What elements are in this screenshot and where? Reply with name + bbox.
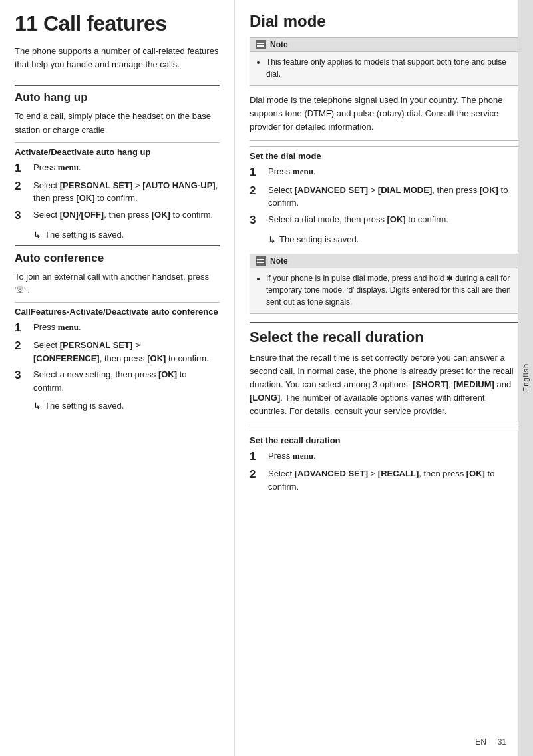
intro-text: The phone supports a number of call-rela… (15, 45, 220, 71)
step-item: 3 Select a dial mode, then press [OK] to… (250, 213, 518, 228)
section-auto-hang-up-title: Auto hang up (15, 85, 220, 104)
step-number: 2 (250, 467, 264, 482)
set-dial-mode-title: Set the dial mode (250, 146, 518, 161)
note-header: Note (250, 254, 518, 268)
step-item: 1 Press menu. (250, 449, 518, 464)
step-item: 2 Select [ADVANCED SET] > [DIAL MODE], t… (250, 184, 518, 210)
language-sidebar: English (518, 0, 533, 756)
dial-mode-body: Dial mode is the telephone signal used i… (250, 94, 518, 134)
auto-conference-steps: 1 Press menu. 2 Select [PERSONAL SET] >[… (15, 321, 220, 394)
step-text: Select [PERSONAL SET] >[CONFERENCE], the… (33, 339, 220, 365)
step-item: 2 Select [ADVANCED SET] > [RECALL], then… (250, 467, 518, 493)
note-box-2: Note If your phone is in pulse dial mode… (250, 254, 518, 314)
step-number: 1 (250, 449, 264, 464)
step-text: Press menu. (33, 321, 220, 334)
auto-hang-up-steps: 1 Press menu. 2 Select [PERSONAL SET] > … (15, 161, 220, 223)
step-item: 3 Select [ON]/[OFF], then press [OK] to … (15, 208, 220, 223)
recall-steps: 1 Press menu. 2 Select [ADVANCED SET] > … (250, 449, 518, 493)
arrow-text: The setting is saved. (45, 228, 124, 242)
recall-body: Ensure that the recall time is set corre… (250, 351, 518, 419)
note-item: If your phone is in pulse dial mode, pre… (266, 272, 511, 308)
recall-title: Select the recall duration (250, 322, 518, 346)
note-item: This feature only applies to models that… (266, 56, 511, 80)
section-divider (250, 140, 518, 141)
step-item: 3 Select a new setting, then press [OK] … (15, 368, 220, 394)
auto-hang-up-body: To end a call, simply place the headset … (15, 110, 220, 136)
subsection-activate-hang-up: Activate/Deactivate auto hang up (15, 142, 220, 157)
step-text: Select a dial mode, then press [OK] to c… (268, 213, 518, 226)
auto-conference-body: To join an external call with another ha… (15, 270, 220, 297)
step-text: Press menu. (33, 161, 220, 174)
note-body: This feature only applies to models that… (250, 52, 518, 85)
step-number: 2 (15, 339, 29, 353)
dial-mode-steps: 1 Press menu. 2 Select [ADVANCED SET] > … (250, 165, 518, 227)
page-title: 11 Call features (15, 12, 220, 35)
step-text: Select [PERSONAL SET] > [AUTO HANG-UP], … (33, 179, 220, 205)
arrow-icon: ↳ (268, 233, 276, 247)
step-arrow-dial: ↳ The setting is saved. (268, 233, 518, 247)
page-footer: EN 31 (475, 737, 506, 747)
step-number: 1 (15, 161, 29, 176)
step-number: 3 (15, 368, 29, 383)
step-number: 1 (250, 165, 264, 180)
note-header: Note (250, 38, 518, 52)
note-header-text: Note (270, 256, 288, 266)
note-body: If your phone is in pulse dial mode, pre… (250, 268, 518, 313)
step-item: 1 Press menu. (250, 165, 518, 180)
step-item: 2 Select [PERSONAL SET] > [AUTO HANG-UP]… (15, 179, 220, 205)
step-item: 1 Press menu. (15, 321, 220, 335)
step-text: Press menu. (268, 165, 518, 178)
arrow-icon: ↳ (33, 399, 41, 413)
step-number: 3 (15, 208, 29, 223)
arrow-text: The setting is saved. (45, 399, 124, 413)
en-label: EN (475, 737, 486, 747)
step-arrow-hang-up: ↳ The setting is saved. (33, 228, 220, 242)
subsection-auto-conference: CallFeatures-Activate/Deactivate auto co… (15, 302, 220, 317)
note-header-text: Note (270, 40, 288, 49)
arrow-icon: ↳ (33, 228, 41, 242)
note-box-1: Note This feature only applies to models… (250, 37, 518, 86)
left-column: 11 Call features The phone supports a nu… (0, 0, 235, 756)
step-text: Select [ADVANCED SET] > [DIAL MODE], the… (268, 184, 518, 210)
set-recall-title: Set the recall duration (250, 431, 518, 445)
page-number: 31 (498, 737, 506, 747)
section-divider (250, 425, 518, 425)
step-number: 2 (15, 179, 29, 194)
step-text: Select a new setting, then press [OK] to… (33, 368, 220, 394)
note-icon (256, 256, 266, 266)
step-number: 1 (15, 321, 29, 335)
right-column: Dial mode Note This feature only applies… (235, 0, 533, 756)
step-number: 3 (250, 213, 264, 228)
step-arrow-conference: ↳ The setting is saved. (33, 399, 220, 413)
arrow-text: The setting is saved. (279, 233, 359, 246)
language-label: English (522, 363, 530, 392)
step-number: 2 (250, 184, 264, 198)
section-auto-conference-title: Auto conference (15, 245, 220, 265)
step-text: Select [ON]/[OFF], then press [OK] to co… (33, 208, 220, 222)
step-text: Press menu. (268, 449, 518, 463)
step-item: 1 Press menu. (15, 161, 220, 176)
note-icon (256, 40, 266, 49)
dial-mode-title: Dial mode (250, 12, 518, 31)
step-item: 2 Select [PERSONAL SET] >[CONFERENCE], t… (15, 339, 220, 365)
step-text: Select [ADVANCED SET] > [RECALL], then p… (268, 467, 518, 493)
